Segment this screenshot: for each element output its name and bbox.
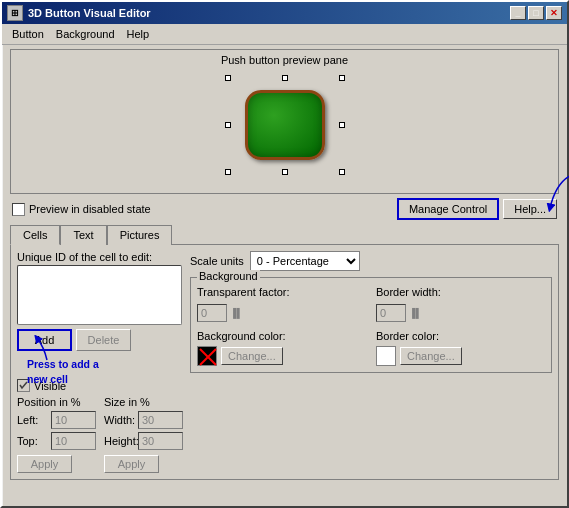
preview-area: [15, 70, 554, 180]
border-color-row: Change...: [376, 346, 545, 366]
menu-help[interactable]: Help: [121, 26, 156, 42]
width-input[interactable]: [138, 411, 183, 429]
title-bar: ⊞ 3D Button Visual Editor _ □ ✕: [2, 2, 567, 24]
size-group: Size in % Width: Height: Apply: [104, 396, 183, 473]
window-icon: ⊞: [7, 5, 23, 21]
transparent-input[interactable]: [197, 304, 227, 322]
handle-mr[interactable]: [339, 122, 345, 128]
handle-br[interactable]: [339, 169, 345, 175]
width-label: Width:: [104, 414, 134, 426]
tabs-row: Cells Text Pictures: [10, 224, 559, 244]
minimize-button[interactable]: _: [510, 6, 526, 20]
border-width-row: Border width:: [376, 286, 545, 298]
border-width-input-row: ▐▌: [376, 304, 545, 322]
window-title: 3D Button Visual Editor: [28, 7, 151, 19]
slider-icon: ▐▌: [230, 308, 243, 318]
visible-row: Visible: [17, 379, 182, 392]
right-panel: Scale units 0 - Percentage Background Tr…: [190, 251, 552, 473]
background-group-box: Background Transparent factor: ▐▌: [190, 277, 552, 373]
cell-list[interactable]: [17, 265, 182, 325]
title-buttons: _ □ ✕: [510, 6, 562, 20]
disabled-check-row: Preview in disabled state Manage Control…: [10, 198, 559, 220]
menu-bar: Button Background Help: [2, 24, 567, 45]
top-input[interactable]: [51, 432, 96, 450]
disabled-check: Preview in disabled state: [12, 203, 151, 216]
menu-background[interactable]: Background: [50, 26, 121, 42]
visible-label: Visible: [34, 380, 66, 392]
preview-label: Push button preview pane: [15, 54, 554, 66]
border-width-input[interactable]: [376, 304, 406, 322]
handle-tm[interactable]: [282, 75, 288, 81]
apply-size-button[interactable]: Apply: [104, 455, 159, 473]
3d-button-preview[interactable]: [245, 90, 325, 160]
disabled-checkbox[interactable]: [12, 203, 25, 216]
left-panel: Unique ID of the cell to edit: Add Delet…: [17, 251, 182, 473]
handle-tr[interactable]: [339, 75, 345, 81]
transparent-label: Transparent factor:: [197, 286, 290, 298]
handle-bl[interactable]: [225, 169, 231, 175]
scale-row: Scale units 0 - Percentage: [190, 251, 552, 271]
visible-checkbox[interactable]: [17, 379, 30, 392]
border-slider-icon: ▐▌: [409, 308, 422, 318]
bg-right: Border width: ▐▌ Border color:: [376, 286, 545, 366]
main-window: ⊞ 3D Button Visual Editor _ □ ✕ Button B…: [0, 0, 569, 508]
height-label: Height:: [104, 435, 134, 447]
close-button[interactable]: ✕: [546, 6, 562, 20]
border-color-swatch: [376, 346, 396, 366]
bg-left: Transparent factor: ▐▌ Background color:: [197, 286, 366, 366]
bg-two-col: Transparent factor: ▐▌ Background color:: [197, 286, 545, 366]
add-button[interactable]: Add: [17, 329, 72, 351]
background-group-label: Background: [197, 270, 260, 282]
bg-color-label-row: Background color:: [197, 330, 366, 342]
size-label: Size in %: [104, 396, 183, 408]
border-color-label: Border color:: [376, 330, 439, 342]
pos-size-section: Position in % Left: Top: Apply: [17, 396, 182, 473]
maximize-button[interactable]: □: [528, 6, 544, 20]
transparent-input-row: ▐▌: [197, 304, 366, 322]
menu-button[interactable]: Button: [6, 26, 50, 42]
border-change-button[interactable]: Change...: [400, 347, 462, 365]
tab-cells[interactable]: Cells: [10, 225, 60, 245]
top-label: Top:: [17, 435, 47, 447]
handle-ml[interactable]: [225, 122, 231, 128]
manage-control-button[interactable]: Manage Control: [397, 198, 499, 220]
disabled-label: Preview in disabled state: [29, 203, 151, 215]
bg-color-swatch: [197, 346, 217, 366]
help-button[interactable]: Help...: [503, 199, 557, 219]
handle-tl[interactable]: [225, 75, 231, 81]
left-input[interactable]: [51, 411, 96, 429]
left-field-row: Left:: [17, 411, 96, 429]
title-bar-left: ⊞ 3D Button Visual Editor: [7, 5, 151, 21]
scale-select[interactable]: 0 - Percentage: [250, 251, 360, 271]
tab-content: Unique ID of the cell to edit: Add Delet…: [10, 244, 559, 480]
scale-label: Scale units: [190, 255, 244, 267]
border-width-label: Border width:: [376, 286, 441, 298]
delete-button[interactable]: Delete: [76, 329, 131, 351]
top-field-row: Top:: [17, 432, 96, 450]
tab-text[interactable]: Text: [60, 225, 106, 245]
preview-pane: Push button preview pane: [10, 49, 559, 194]
tab-pictures[interactable]: Pictures: [107, 225, 173, 245]
two-col-layout: Unique ID of the cell to edit: Add Delet…: [17, 251, 552, 473]
apply-position-button[interactable]: Apply: [17, 455, 72, 473]
checkmark-icon: [18, 380, 29, 391]
button-preview-container: [225, 75, 345, 175]
border-color-label-row: Border color:: [376, 330, 545, 342]
position-group: Position in % Left: Top: Apply: [17, 396, 96, 473]
btn-row: Add Delete: [17, 329, 182, 351]
position-label: Position in %: [17, 396, 96, 408]
handle-bm[interactable]: [282, 169, 288, 175]
bg-color-row: Change...: [197, 346, 366, 366]
height-input[interactable]: [138, 432, 183, 450]
transparent-factor-row: Transparent factor:: [197, 286, 366, 298]
bg-change-button[interactable]: Change...: [221, 347, 283, 365]
width-field-row: Width:: [104, 411, 183, 429]
bg-color-label: Background color:: [197, 330, 286, 342]
left-label: Left:: [17, 414, 47, 426]
unique-id-label: Unique ID of the cell to edit:: [17, 251, 182, 263]
height-field-row: Height:: [104, 432, 183, 450]
pos-size-row: Position in % Left: Top: Apply: [17, 396, 182, 473]
x-mark-icon: [198, 347, 218, 367]
bottom-section: Preview in disabled state Manage Control…: [10, 198, 559, 480]
